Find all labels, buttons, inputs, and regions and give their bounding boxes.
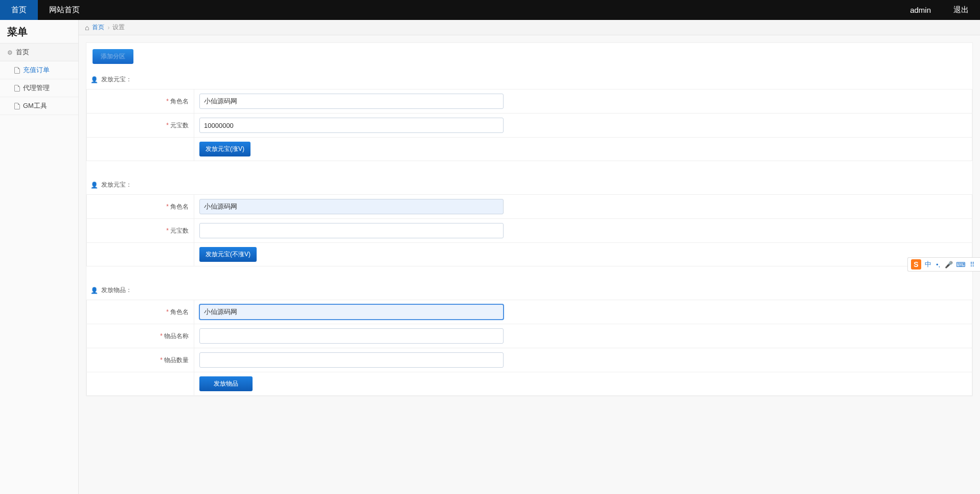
submit-button[interactable]: 发放元宝(不涨V): [199, 247, 257, 262]
home-icon: [85, 24, 89, 32]
field-cell: 发放元宝(不涨V): [194, 243, 972, 266]
field-label: *元宝数: [87, 114, 194, 138]
section-title: 发放元宝：: [101, 75, 132, 84]
topbar: 首页 网站首页 admin 退出: [0, 0, 980, 20]
text-input[interactable]: [199, 223, 504, 238]
field-label: *物品名称: [87, 324, 194, 348]
field-cell: 发放元宝(涨V): [194, 138, 972, 161]
form-table: *角色名*元宝数发放元宝(不涨V): [86, 194, 972, 266]
field-cell: [194, 348, 972, 372]
file-icon: [14, 85, 20, 92]
ime-voice-icon[interactable]: 🎤: [945, 261, 953, 268]
ime-keyboard-icon[interactable]: ⌨: [956, 261, 966, 268]
breadcrumb: 首页 设置: [79, 20, 980, 35]
field-label: [87, 138, 194, 161]
field-cell: 发放物品: [194, 372, 972, 396]
ime-brand-icon[interactable]: S: [911, 259, 921, 270]
sidebar-title: 菜单: [0, 20, 78, 43]
file-icon: [14, 67, 20, 74]
text-input[interactable]: [199, 304, 504, 320]
user-area: admin 退出: [899, 0, 980, 20]
ime-lang-toggle[interactable]: 中: [924, 260, 931, 269]
main: 首页 设置 添加分区 发放元宝：*角色名*元宝数发放元宝(涨V)发放元宝：*角色…: [79, 20, 980, 494]
breadcrumb-sep: [107, 24, 109, 31]
ime-grid-icon[interactable]: ⠿: [969, 261, 976, 268]
text-input[interactable]: [199, 94, 504, 109]
field-cell: [194, 219, 972, 243]
field-label: *元宝数: [87, 219, 194, 243]
sidebar-item-agent-manage[interactable]: 代理管理: [0, 79, 78, 97]
field-label: *角色名: [87, 89, 194, 114]
ime-punct-toggle[interactable]: •,: [935, 261, 942, 268]
tag-add-zone-button[interactable]: 添加分区: [93, 49, 133, 64]
tab-site-home[interactable]: 网站首页: [38, 0, 91, 20]
submit-button[interactable]: 发放物品: [199, 376, 253, 391]
text-input[interactable]: [199, 199, 504, 214]
sidebar-item-recharge-orders[interactable]: 充值订单: [0, 61, 78, 79]
sidebar-item-label: GM工具: [23, 101, 47, 110]
section-head: 发放物品：: [86, 281, 972, 300]
field-cell: [194, 114, 972, 138]
field-label: *物品数量: [87, 348, 194, 372]
field-cell: [194, 300, 972, 324]
breadcrumb-current: 设置: [112, 23, 125, 32]
text-input[interactable]: [199, 352, 504, 368]
sidebar-item-gm-tools[interactable]: GM工具: [0, 97, 78, 115]
submit-button[interactable]: 发放元宝(涨V): [199, 142, 250, 156]
ime-toolbar[interactable]: S 中 •, 🎤 ⌨ ⠿: [907, 257, 980, 272]
field-label: *角色名: [87, 300, 194, 324]
field-label: *角色名: [87, 195, 194, 219]
tab-home[interactable]: 首页: [0, 0, 38, 20]
form-table: *角色名*物品名称*物品数量发放物品: [86, 300, 972, 396]
sidebar-item-label: 代理管理: [23, 83, 50, 93]
section-head: 发放元宝：: [86, 70, 972, 89]
field-label: [87, 372, 194, 396]
section-head: 发放元宝：: [86, 175, 972, 194]
content-panel: 添加分区 发放元宝：*角色名*元宝数发放元宝(涨V)发放元宝：*角色名*元宝数发…: [86, 42, 973, 396]
field-cell: [194, 89, 972, 114]
sidebar-item-label: 充值订单: [23, 65, 50, 75]
text-input[interactable]: [199, 118, 504, 133]
person-icon: [90, 287, 98, 294]
form-table: *角色名*元宝数发放元宝(涨V): [86, 89, 972, 161]
person-icon: [90, 76, 98, 83]
sidebar: 菜单 首页 充值订单 代理管理 GM工具: [0, 20, 79, 494]
field-cell: [194, 195, 972, 219]
breadcrumb-home[interactable]: 首页: [92, 23, 104, 32]
topbar-tabs: 首页 网站首页: [0, 0, 91, 20]
section-title: 发放物品：: [101, 286, 132, 295]
section-title: 发放元宝：: [101, 181, 132, 189]
menu-root-label: 首页: [16, 48, 29, 57]
user-name[interactable]: admin: [899, 6, 942, 14]
field-cell: [194, 324, 972, 348]
person-icon: [90, 182, 98, 189]
logout-link[interactable]: 退出: [942, 5, 980, 15]
gear-icon: [7, 49, 13, 56]
menu-root-home[interactable]: 首页: [0, 43, 78, 61]
field-label: [87, 243, 194, 266]
text-input[interactable]: [199, 328, 504, 344]
file-icon: [14, 103, 20, 109]
